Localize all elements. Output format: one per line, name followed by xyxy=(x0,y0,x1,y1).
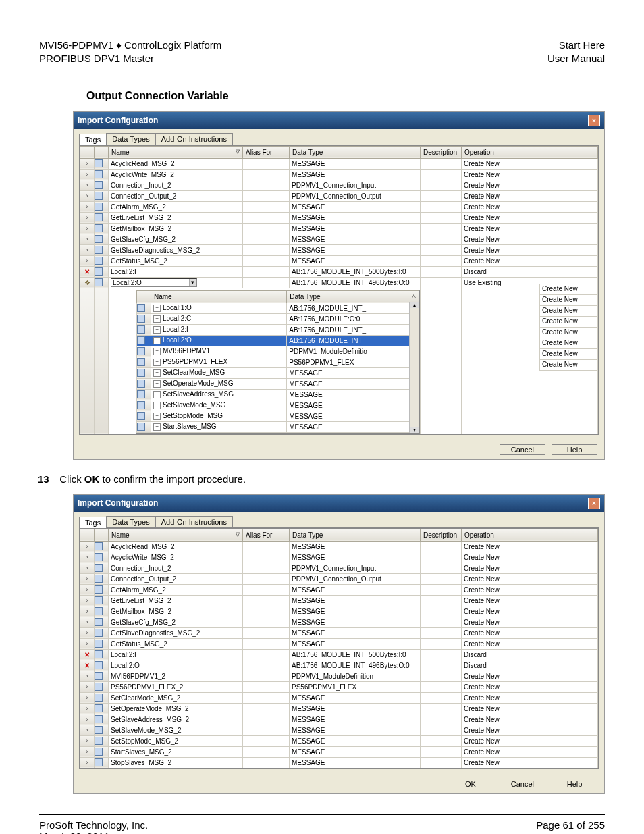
dropdown-item[interactable]: +SetSlaveAddress_MSG MESSAGE xyxy=(137,389,419,400)
dialog-title: Import Configuration xyxy=(78,498,158,508)
tag-icon-cell xyxy=(95,541,109,552)
expand-icon[interactable]: + xyxy=(153,348,161,355)
desc-cell xyxy=(421,158,462,169)
table-row[interactable]: › GetStatus_MSG_2 MESSAGE Create New xyxy=(80,255,598,266)
tag-icon xyxy=(95,170,103,178)
op-cell: Create New xyxy=(539,306,598,317)
ok-button[interactable]: OK xyxy=(448,779,493,789)
alias-cell xyxy=(243,552,290,563)
table-row[interactable]: › StartSlaves_MSG_2 MESSAGE Create New xyxy=(80,746,598,757)
table-row[interactable]: ✕ Local:2:I AB:1756_MODULE_INT_500Bytes:… xyxy=(80,649,598,660)
tag-icon-cell xyxy=(95,277,109,288)
op-cell: Create New xyxy=(539,317,598,328)
dtype-cell: MESSAGE xyxy=(290,244,421,255)
table-row[interactable]: › StopSlaves_MSG_2 MESSAGE Create New xyxy=(80,757,598,768)
desc-cell xyxy=(421,541,462,552)
table-row[interactable]: › Connection_Input_2 PDPMV1_Connection_I… xyxy=(80,180,598,190)
dropdown-item[interactable]: +Local:2:I AB:1756_MODULE_INT_ xyxy=(137,324,419,335)
expand-icon[interactable]: + xyxy=(153,423,161,431)
table-row[interactable]: ✕ Local:2:O AB:1756_MODULE_INT_496Bytes:… xyxy=(80,660,598,671)
tab-data-types[interactable]: Data Types xyxy=(106,516,155,527)
expand-icon[interactable]: + xyxy=(153,337,161,344)
dropdown-item[interactable]: +Local:2:C AB:1756_MODULE:C:0 xyxy=(137,313,419,324)
help-button[interactable]: Help xyxy=(552,444,597,455)
expand-icon[interactable]: + xyxy=(153,391,161,398)
dtype-cell: MESSAGE xyxy=(290,606,421,617)
dropdown-item[interactable]: +Local:2:O AB:1756_MODULE_INT_ xyxy=(137,335,419,346)
tag-icon-cell xyxy=(95,725,109,735)
dtype-cell: MESSAGE xyxy=(290,158,421,169)
table-row[interactable]: › GetSlaveCfg_MSG_2 MESSAGE Create New xyxy=(80,617,598,627)
table-row[interactable]: › Connection_Output_2 PDPMV1_Connection_… xyxy=(80,190,598,201)
table-row[interactable]: › Connection_Input_2 PDPMV1_Connection_I… xyxy=(80,563,598,573)
help-button[interactable]: Help xyxy=(552,779,597,789)
op-cell: Create New xyxy=(462,638,598,649)
expand-icon[interactable]: + xyxy=(153,305,161,312)
expand-icon[interactable]: + xyxy=(153,380,161,388)
table-row[interactable]: › SetSlaveMode_MSG_2 MESSAGE Create New xyxy=(80,725,598,735)
cancel-button[interactable]: Cancel xyxy=(500,444,545,455)
table-row[interactable]: › Connection_Output_2 PDPMV1_Connection_… xyxy=(80,573,598,584)
table-row[interactable]: › SetSlaveAddress_MSG_2 MESSAGE Create N… xyxy=(80,714,598,725)
close-icon[interactable]: × xyxy=(588,498,600,509)
close-icon[interactable]: × xyxy=(588,115,600,126)
header-rule xyxy=(39,72,605,72)
tab-data-types[interactable]: Data Types xyxy=(106,133,155,145)
scrollbar[interactable] xyxy=(409,302,419,433)
cancel-button[interactable]: Cancel xyxy=(500,779,545,789)
dropdown-item[interactable]: +SetSlaveMode_MSG MESSAGE xyxy=(137,400,419,411)
expand-icon[interactable]: + xyxy=(153,413,161,420)
table-row[interactable]: › GetStatus_MSG_2 MESSAGE Create New xyxy=(80,638,598,649)
table-row[interactable]: › SetClearMode_MSG_2 MESSAGE Create New xyxy=(80,692,598,703)
desc-cell xyxy=(421,552,462,563)
dropdown-item[interactable]: +StartSlaves_MSG MESSAGE xyxy=(137,421,419,432)
table-row[interactable]: › GetMailbox_MSG_2 MESSAGE Create New xyxy=(80,606,598,617)
table-row[interactable]: › AcyclicRead_MSG_2 MESSAGE Create New xyxy=(80,158,598,169)
table-row[interactable]: › GetSlaveDiagnostics_MSG_2 MESSAGE Crea… xyxy=(80,244,598,255)
table-row[interactable]: ❖ Local:2:O AB:1756_MODULE_INT_496Bytes:… xyxy=(80,277,598,288)
expand-icon[interactable]: + xyxy=(153,402,161,409)
table-row[interactable]: ✕ Local:2:I AB:1756_MODULE_INT_500Bytes:… xyxy=(80,266,598,277)
table-row[interactable]: › GetSlaveCfg_MSG_2 MESSAGE Create New xyxy=(80,234,598,244)
dropdown-item[interactable]: +Local:1:O AB:1756_MODULE_INT_ xyxy=(137,303,419,313)
tab-addon[interactable]: Add-On Instructions xyxy=(155,133,233,145)
tag-dropdown-list[interactable]: NameData Type △ +Local:1:O AB:1756_MODUL… xyxy=(136,290,420,434)
table-row[interactable]: › AcyclicRead_MSG_2 MESSAGE Create New xyxy=(80,541,598,552)
dropdown-item[interactable]: +MVI56PDPMV1 PDPMV1_ModuleDefinitio xyxy=(137,346,419,357)
expand-icon[interactable]: + xyxy=(153,369,161,377)
op-cell: Create New xyxy=(462,541,598,552)
table-row[interactable]: › GetAlarm_MSG_2 MESSAGE Create New xyxy=(80,584,598,595)
dtype-cell: MESSAGE xyxy=(290,169,421,180)
tag-icon-cell xyxy=(95,169,109,180)
dtype-cell: MESSAGE xyxy=(290,638,421,649)
alias-cell xyxy=(243,703,290,714)
table-row[interactable]: › GetLiveList_MSG_2 MESSAGE Create New xyxy=(80,212,598,223)
expand-icon[interactable]: + xyxy=(153,315,161,323)
grid: Name ▽ Alias For Data Type Description O… xyxy=(79,145,599,435)
table-row[interactable]: › AcyclicWrite_MSG_2 MESSAGE Create New xyxy=(80,552,598,563)
tab-addon[interactable]: Add-On Instructions xyxy=(155,516,233,527)
dropdown-item[interactable]: +SetClearMode_MSG MESSAGE xyxy=(137,367,419,378)
table-row[interactable]: › SetStopMode_MSG_2 MESSAGE Create New xyxy=(80,735,598,746)
dropdown-item[interactable]: +SetOperateMode_MSG MESSAGE xyxy=(137,378,419,389)
expand-icon[interactable]: + xyxy=(153,326,161,334)
row-marker: › xyxy=(80,212,95,223)
tab-tags[interactable]: Tags xyxy=(79,517,107,528)
table-row[interactable]: › SetOperateMode_MSG_2 MESSAGE Create Ne… xyxy=(80,703,598,714)
table-row[interactable]: › PS56PDPMV1_FLEX_2 PS56PDPMV1_FLEX Crea… xyxy=(80,681,598,692)
expand-icon[interactable]: + xyxy=(153,359,161,366)
table-row[interactable]: › GetAlarm_MSG_2 MESSAGE Create New xyxy=(80,201,598,212)
dropdown-item[interactable]: +PS56PDPMV1_FLEX PS56PDPMV1_FLEX xyxy=(137,357,419,367)
table-row[interactable]: › GetLiveList_MSG_2 MESSAGE Create New xyxy=(80,595,598,606)
table-row[interactable]: › AcyclicWrite_MSG_2 MESSAGE Create New xyxy=(80,169,598,180)
dropdown-item[interactable]: +SetStopMode_MSG MESSAGE xyxy=(137,411,419,421)
tab-tags[interactable]: Tags xyxy=(79,134,107,145)
table-row[interactable]: › GetSlaveDiagnostics_MSG_2 MESSAGE Crea… xyxy=(80,627,598,638)
tag-name-dropdown[interactable]: Local:2:O xyxy=(111,278,197,287)
table-row[interactable]: › GetMailbox_MSG_2 MESSAGE Create New xyxy=(80,223,598,234)
tag-icon xyxy=(95,726,103,734)
tag-icon-cell xyxy=(95,595,109,606)
row-marker: › xyxy=(80,606,95,617)
table-row[interactable]: › MVI56PDPMV1_2 PDPMV1_ModuleDefinition … xyxy=(80,671,598,681)
tag-icon xyxy=(95,661,103,669)
